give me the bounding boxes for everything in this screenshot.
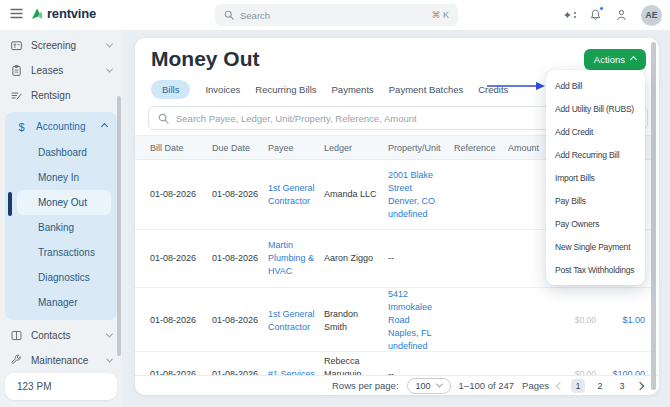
rentvine-logo-icon xyxy=(30,7,44,21)
rentsign-icon xyxy=(10,89,23,102)
tab-bar: Bills Invoices Recurring Bills Payments … xyxy=(151,80,508,99)
topbar: rentvine ⌘ K ✦ AE xyxy=(0,0,670,30)
sidebar-item-money-in[interactable]: Money In xyxy=(5,165,117,190)
rows-per-page-label: Rows per page: xyxy=(332,380,399,391)
row-range-text: 1–100 of 247 xyxy=(459,380,514,391)
property-link[interactable]: 5412 Immokalee Road Naples, FL undefined xyxy=(388,288,454,353)
column-property-unit[interactable]: Property/Unit xyxy=(388,143,454,153)
annotation-arrow xyxy=(485,80,547,92)
rows-per-page-select[interactable]: 100 xyxy=(407,378,451,394)
sidebar-item-leases[interactable]: Leases xyxy=(0,58,122,83)
app-window: rentvine ⌘ K ✦ AE Screening xyxy=(0,0,670,407)
tab-payments[interactable]: Payments xyxy=(332,84,374,95)
sidebar-label: Accounting xyxy=(36,121,85,132)
sidebar-item-accounting[interactable]: $ Accounting xyxy=(5,114,117,140)
sidebar-scrollbar[interactable] xyxy=(117,96,121,356)
tab-bills[interactable]: Bills xyxy=(151,80,190,99)
user-icon[interactable] xyxy=(615,8,628,22)
sidebar-item-diagnostics[interactable]: Diagnostics xyxy=(5,265,117,290)
chevron-down-icon xyxy=(106,41,113,48)
sidebar-item-maintenance[interactable]: Maintenance xyxy=(0,348,122,373)
menu-item-import-bills[interactable]: Import Bills xyxy=(546,166,645,189)
sidebar-item-manager[interactable]: Manager xyxy=(5,290,117,315)
column-due-date[interactable]: Due Date xyxy=(212,143,268,153)
page-number-1[interactable]: 1 xyxy=(571,379,585,393)
menu-item-pay-owners[interactable]: Pay Owners xyxy=(546,212,645,235)
menu-item-add-recurring-bill[interactable]: Add Recurring Bill xyxy=(546,143,645,166)
avatar[interactable]: AE xyxy=(641,5,662,26)
sidebar: Screening Leases Rentsign $ Accounting D… xyxy=(0,30,122,407)
search-icon xyxy=(224,10,234,20)
page-number-3[interactable]: 3 xyxy=(615,379,629,393)
sidebar-item-transactions[interactable]: Transactions xyxy=(5,240,117,265)
accounting-dollar-icon: $ xyxy=(15,121,28,133)
cell-amount: $100.00 xyxy=(604,368,653,375)
column-bill-date[interactable]: Bill Date xyxy=(150,143,212,153)
sidebar-item-contacts[interactable]: Contacts xyxy=(0,323,122,348)
cell-property: -- xyxy=(388,368,454,375)
account-switcher[interactable]: 123 PM xyxy=(5,373,117,400)
next-page-icon[interactable] xyxy=(636,381,644,389)
payee-link[interactable]: #1 Services xyxy=(268,368,324,375)
global-search-input[interactable] xyxy=(240,10,425,21)
table-row[interactable]: 01-08-2026 01-08-2026 1st General Contra… xyxy=(135,288,653,352)
hamburger-menu-icon[interactable] xyxy=(10,8,23,19)
property-link[interactable]: 2001 Blake Street Denver, CO undefined xyxy=(388,169,454,221)
page-number-2[interactable]: 2 xyxy=(593,379,607,393)
payee-link[interactable]: 1st General Contractor xyxy=(268,182,324,208)
cell-ledger: Aaron Ziggo xyxy=(324,252,388,265)
rentvine-logo[interactable]: rentvine xyxy=(30,6,96,21)
tab-invoices[interactable]: Invoices xyxy=(205,84,240,95)
sidebar-item-money-out[interactable]: Money Out xyxy=(17,190,111,215)
cell-due-date: 01-08-2026 xyxy=(212,188,268,201)
global-search[interactable]: ⌘ K xyxy=(215,4,458,26)
page-title: Money Out xyxy=(151,47,260,71)
tab-recurring-bills[interactable]: Recurring Bills xyxy=(255,84,316,95)
column-ledger[interactable]: Ledger xyxy=(324,143,388,153)
sidebar-item-banking[interactable]: Banking xyxy=(5,215,117,240)
cell-due-date: 01-08-2026 xyxy=(212,368,268,375)
logo-text: rentvine xyxy=(47,6,96,21)
actions-button[interactable]: Actions xyxy=(584,49,646,70)
cell-due-date: 01-08-2026 xyxy=(212,314,268,327)
actions-dropdown-menu: Add Bill Add Utility Bill (RUBS) Add Cre… xyxy=(546,70,645,285)
menu-item-post-tax-withholdings[interactable]: Post Tax Withholdings xyxy=(546,258,645,281)
payee-link[interactable]: 1st General Contractor xyxy=(268,308,324,334)
cell-due-date: 01-08-2026 xyxy=(212,252,268,265)
sidebar-item-screening[interactable]: Screening xyxy=(0,33,122,58)
cell-paid: $0.00 xyxy=(560,368,604,375)
cell-property: -- xyxy=(388,252,454,265)
column-payee[interactable]: Payee xyxy=(268,143,324,153)
cell-ledger: Rebecca Maruquin LLC xyxy=(324,355,388,375)
column-reference[interactable]: Reference xyxy=(454,143,508,153)
ai-sparkle-icon[interactable]: ✦ xyxy=(563,10,576,21)
pages-label: Pages xyxy=(522,380,549,391)
screening-icon xyxy=(10,39,23,52)
table-row[interactable]: 01-08-2026 01-08-2026 #1 Services Rebecc… xyxy=(135,352,653,375)
chevron-down-icon xyxy=(106,330,113,337)
previous-page-icon[interactable] xyxy=(556,381,564,389)
menu-item-new-single-payment[interactable]: New Single Payment xyxy=(546,235,645,258)
menu-item-add-utility-bill[interactable]: Add Utility Bill (RUBS) xyxy=(546,97,645,120)
cell-bill-date: 01-08-2026 xyxy=(150,314,212,327)
notification-dot xyxy=(599,6,604,11)
sidebar-item-rentsign[interactable]: Rentsign xyxy=(0,83,122,108)
sidebar-item-dashboard[interactable]: Dashboard xyxy=(5,140,117,165)
sidebar-label: Contacts xyxy=(31,330,70,341)
sidebar-label: Maintenance xyxy=(31,355,88,366)
menu-item-pay-bills[interactable]: Pay Bills xyxy=(546,189,645,212)
payee-link[interactable]: Martin Plumbing & HVAC xyxy=(268,239,324,278)
content-scrollbar[interactable] xyxy=(651,42,656,390)
menu-item-add-bill[interactable]: Add Bill xyxy=(546,74,645,97)
sidebar-label: Screening xyxy=(31,40,76,51)
tab-payment-batches[interactable]: Payment Batches xyxy=(389,84,463,95)
cell-ledger: Amanda LLC xyxy=(324,188,388,201)
contacts-icon xyxy=(10,329,23,342)
leases-icon xyxy=(10,64,23,77)
cell-bill-date: 01-08-2026 xyxy=(150,252,212,265)
notifications-bell-icon[interactable] xyxy=(589,8,602,22)
chevron-down-icon xyxy=(106,66,113,73)
maintenance-wrench-icon xyxy=(10,354,23,367)
menu-item-add-credit[interactable]: Add Credit xyxy=(546,120,645,143)
chevron-up-icon xyxy=(101,123,108,130)
